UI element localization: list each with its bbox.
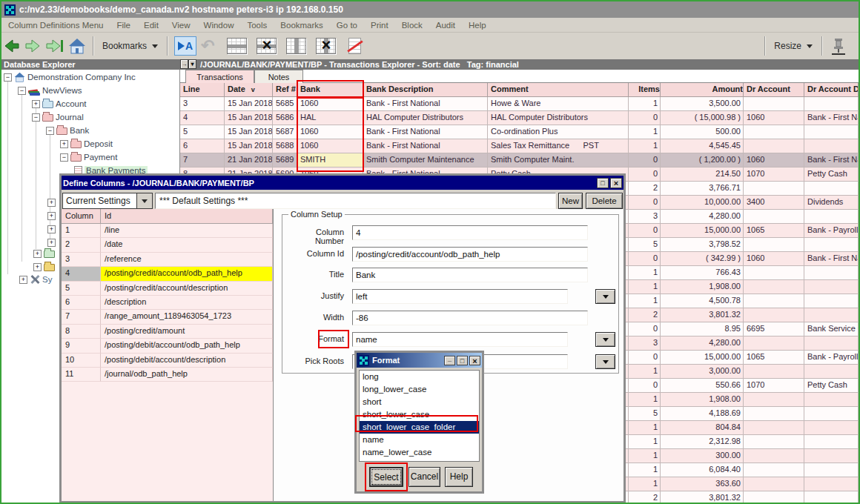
cell-items[interactable]: 1 xyxy=(629,97,661,111)
cell-dr-account[interactable]: 1070 xyxy=(744,168,804,182)
cell-ref[interactable]: 5688 xyxy=(273,139,297,153)
cell-date[interactable]: 21 Jan 2018 xyxy=(225,153,273,168)
cell-items[interactable]: 1 xyxy=(629,365,661,379)
cell-amount[interactable]: 3,000.00 xyxy=(661,365,744,379)
list-cell-id[interactable]: /posting/debit/account/description xyxy=(101,354,273,368)
cell-amount[interactable]: 214.50 xyxy=(661,168,744,182)
document-strike-icon[interactable] xyxy=(348,38,361,54)
menu-item[interactable]: View xyxy=(165,21,197,30)
column-list-row[interactable]: 1 /line xyxy=(62,224,273,238)
expand-icon[interactable] xyxy=(47,239,56,247)
cell-dr-account-description[interactable]: Bank - Payroll xyxy=(804,224,859,238)
cell-dr-account[interactable] xyxy=(744,266,804,280)
list-cell-id[interactable]: /posting/credit/account/odb_path_help xyxy=(101,267,273,281)
expand-icon[interactable] xyxy=(32,100,40,108)
cell-dr-account[interactable] xyxy=(744,449,804,463)
table-row-icon[interactable] xyxy=(227,38,247,54)
cell-dr-account-description[interactable] xyxy=(804,182,859,196)
list-cell-number[interactable]: 2 xyxy=(62,238,101,252)
col-header-amount[interactable]: Amount xyxy=(661,83,744,97)
tree-item-account[interactable]: Account xyxy=(32,98,87,110)
cell-bank-description[interactable]: Bank - First National xyxy=(363,97,488,111)
cell-items[interactable]: 5 xyxy=(629,407,661,421)
cell-dr-account-description[interactable] xyxy=(804,435,859,449)
format-option[interactable]: short_lower_case xyxy=(360,408,479,421)
dropdown-button[interactable] xyxy=(595,354,615,369)
cell-dr-account-description[interactable] xyxy=(804,421,859,435)
cell-items[interactable]: 2 xyxy=(629,491,661,503)
tree-item-deposit[interactable]: Deposit xyxy=(60,138,113,150)
column-list-row[interactable]: 5 /posting/credit/account/description xyxy=(62,282,273,296)
cell-dr-account[interactable] xyxy=(744,238,804,252)
cell-items[interactable]: 2 xyxy=(629,308,661,322)
field-input[interactable] xyxy=(352,289,568,304)
cell-dr-account-description[interactable] xyxy=(804,210,859,224)
expand-icon[interactable] xyxy=(47,225,56,233)
cell-comment[interactable]: Co-ordination Plus xyxy=(488,125,629,139)
cell-amount[interactable]: 3,766.71 xyxy=(661,182,744,196)
column-list-row[interactable]: 10 /posting/debit/account/description xyxy=(62,354,273,368)
tree-item-system[interactable]: Sy xyxy=(19,273,52,285)
menu-item[interactable]: Help xyxy=(462,21,493,30)
col-header-comment[interactable]: Comment xyxy=(488,83,629,97)
menu-item[interactable]: Audit xyxy=(429,21,462,30)
cell-items[interactable]: 1 xyxy=(629,280,661,294)
cell-dr-account-description[interactable]: Dividends xyxy=(804,196,859,210)
column-list-row[interactable]: 2 /date xyxy=(62,238,273,252)
cell-amount[interactable]: 10,000.00 xyxy=(661,196,744,210)
list-cell-id[interactable]: /reference xyxy=(101,253,273,267)
cell-line[interactable]: 6 xyxy=(180,139,225,153)
cell-dr-account[interactable]: 3400 xyxy=(744,196,804,210)
cell-bank-description[interactable]: Bank - First National xyxy=(363,125,488,139)
menu-item[interactable]: Tools xyxy=(240,21,274,30)
cell-bank-description[interactable]: Smith Computer Maintenance xyxy=(363,153,488,168)
col-header-dr-account[interactable]: Dr Account xyxy=(744,83,804,97)
new-button[interactable]: New xyxy=(558,193,583,209)
forward-end-arrow-icon[interactable] xyxy=(45,39,64,53)
cell-items[interactable]: 5 xyxy=(629,238,661,252)
cell-dr-account[interactable]: 1070 xyxy=(744,379,804,393)
pane-forward-button[interactable] xyxy=(180,59,188,69)
cell-bank[interactable]: 1060 xyxy=(297,125,363,139)
list-cell-id[interactable]: /posting/debit/account/odb_path_help xyxy=(101,339,273,353)
col-header-ref[interactable]: Ref # xyxy=(273,83,297,97)
close-icon[interactable] xyxy=(469,356,480,365)
list-cell-number[interactable]: 5 xyxy=(62,282,101,296)
format-option[interactable]: short_lower_case_folder xyxy=(360,421,479,434)
cell-dr-account[interactable] xyxy=(744,210,804,224)
dialog-titlebar[interactable]: Define Columns - /JOURNAL/BANK/PAYMENT/B… xyxy=(62,176,624,190)
list-cell-number[interactable]: 6 xyxy=(62,296,101,310)
expand-icon[interactable] xyxy=(47,199,56,207)
cell-dr-account[interactable] xyxy=(744,435,804,449)
cell-comment[interactable]: Sales Tax Remittance PST xyxy=(488,139,629,153)
cell-amount[interactable]: 804.84 xyxy=(661,421,744,435)
column-list-row[interactable]: 7 /range_amount_1189463054_1723 xyxy=(62,310,273,324)
back-arrow-icon[interactable] xyxy=(4,39,20,53)
cell-dr-account[interactable] xyxy=(744,139,804,153)
cell-comment[interactable]: Howe & Ware xyxy=(488,97,629,111)
table-row[interactable]: 6 15 Jan 2018 5688 1060 Bank - First Nat… xyxy=(180,139,859,153)
cell-amount[interactable]: ( 15,000.98 ) xyxy=(661,111,744,125)
cell-amount[interactable]: 4,280.00 xyxy=(661,210,744,224)
cell-dr-account-description[interactable] xyxy=(804,280,859,294)
expand-icon[interactable] xyxy=(47,212,56,220)
format-option[interactable]: name xyxy=(360,434,479,446)
cell-ref[interactable]: 5687 xyxy=(273,125,297,139)
cell-items[interactable]: 3 xyxy=(629,336,661,351)
pin-icon[interactable] xyxy=(829,36,848,56)
cell-dr-account-description[interactable] xyxy=(804,139,859,153)
cell-dr-account[interactable]: 1065 xyxy=(744,351,804,365)
cell-items[interactable]: 0 xyxy=(629,111,661,125)
expand-icon[interactable] xyxy=(60,140,68,148)
cell-dr-account-description[interactable] xyxy=(804,449,859,463)
minimize-icon[interactable] xyxy=(444,356,455,365)
list-cell-id[interactable]: /journal/odb_path_help xyxy=(101,368,273,382)
cell-dr-account[interactable] xyxy=(744,477,804,491)
cell-amount[interactable]: ( 1,200.00 ) xyxy=(661,153,744,168)
field-input[interactable] xyxy=(352,225,588,240)
list-cell-number[interactable]: 4 xyxy=(62,267,101,281)
cell-items[interactable]: 0 xyxy=(629,351,661,365)
list-cell-number[interactable]: 1 xyxy=(62,224,101,238)
collapse-icon[interactable] xyxy=(18,87,26,95)
menu-item[interactable]: Window xyxy=(197,21,241,30)
